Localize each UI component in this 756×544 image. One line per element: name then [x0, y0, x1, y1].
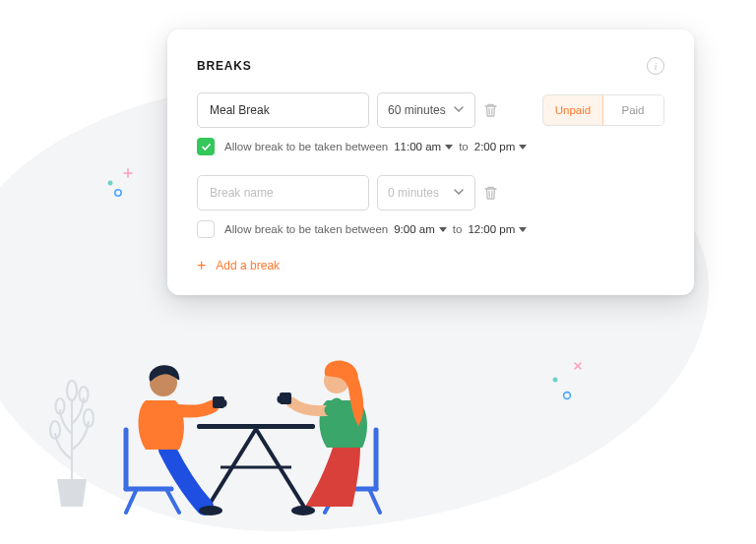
check-icon: [201, 142, 212, 152]
break-name-input[interactable]: [197, 92, 369, 128]
time-from-select[interactable]: 11:00 am: [394, 141, 453, 152]
time-from-select[interactable]: 9:00 am: [394, 223, 447, 235]
break-time-row: Allow break to be taken between 11:00 am…: [197, 138, 664, 155]
caret-down-icon: [439, 227, 447, 232]
caret-down-icon: [519, 227, 527, 232]
break-row-main: 60 minutes Unpaid Paid: [197, 92, 664, 128]
delete-break-button[interactable]: [483, 102, 498, 118]
allow-time-checkbox[interactable]: [197, 220, 215, 238]
svg-point-1: [115, 190, 121, 196]
caret-down-icon: [519, 145, 527, 150]
allow-time-label: Allow break to be taken between: [224, 223, 388, 235]
break-time-row: Allow break to be taken between 9:00 am …: [197, 220, 664, 238]
time-to-select[interactable]: 2:00 pm: [474, 141, 528, 152]
paid-toggle-button[interactable]: Paid: [602, 95, 663, 125]
svg-rect-19: [213, 396, 224, 408]
svg-point-0: [108, 181, 113, 186]
unpaid-toggle-button[interactable]: Unpaid: [542, 94, 603, 126]
break-block: 60 minutes Unpaid Paid Allow break to be: [197, 92, 664, 155]
add-break-label: Add a break: [216, 259, 280, 272]
time-to-select[interactable]: 12:00 pm: [468, 223, 527, 235]
to-label: to: [453, 223, 463, 235]
allow-time-checkbox[interactable]: [197, 138, 215, 155]
people-at-table-illustration: [20, 332, 433, 528]
duration-value: 60 minutes: [388, 103, 446, 117]
svg-point-18: [199, 506, 222, 515]
break-block: 0 minutes Allow break to be taken betwee…: [197, 175, 664, 238]
duration-select[interactable]: 0 minutes: [377, 175, 475, 211]
svg-point-6: [553, 378, 558, 383]
svg-point-21: [291, 506, 315, 515]
break-row-main: 0 minutes: [197, 175, 664, 211]
duration-select[interactable]: 60 minutes: [377, 92, 475, 128]
svg-rect-22: [280, 393, 291, 404]
svg-point-16: [67, 381, 77, 400]
decorative-sparkle: [102, 163, 138, 199]
decorative-sparkle: [547, 360, 587, 403]
card-title: BREAKS: [197, 59, 251, 73]
paid-toggle: Unpaid Paid: [542, 94, 664, 126]
svg-point-7: [564, 393, 571, 399]
delete-break-button[interactable]: [483, 185, 498, 201]
chevron-down-icon: [453, 103, 465, 118]
card-header: BREAKS i: [197, 57, 664, 75]
duration-value: 0 minutes: [388, 186, 439, 200]
caret-down-icon: [445, 145, 453, 150]
allow-time-label: Allow break to be taken between: [224, 141, 388, 152]
breaks-card: BREAKS i 60 minutes Unpaid Paid: [167, 30, 694, 295]
plus-icon: +: [197, 258, 206, 273]
add-break-button[interactable]: + Add a break: [197, 258, 664, 273]
info-icon[interactable]: i: [647, 57, 664, 75]
chevron-down-icon: [453, 186, 465, 201]
break-name-input[interactable]: [197, 175, 369, 211]
to-label: to: [459, 141, 469, 152]
